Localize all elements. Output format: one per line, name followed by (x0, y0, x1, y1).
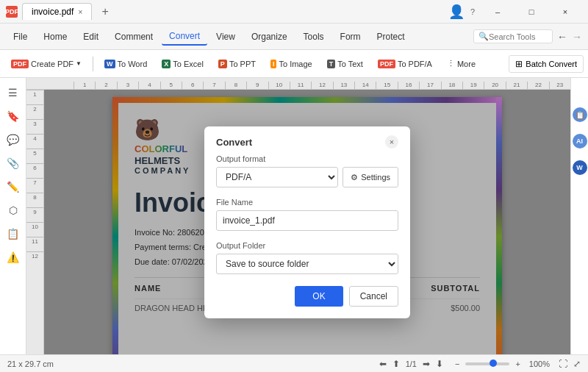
title-tab[interactable]: invoice.pdf × (22, 3, 92, 20)
file-name-group: File Name (216, 198, 398, 231)
zoom-thumb (490, 360, 497, 367)
minimize-button[interactable]: – (481, 0, 514, 24)
window-controls: 👤 ? – □ × (448, 0, 582, 24)
back-button[interactable]: ← (557, 31, 567, 43)
page-select-button[interactable]: ⬆ (392, 359, 400, 369)
dialog-buttons: OK Cancel (216, 286, 398, 307)
create-pdf-label: Create PDF (31, 60, 74, 68)
dialog-close-button[interactable]: × (385, 135, 398, 149)
ruler-mark: 6 (182, 82, 203, 89)
v-ruler-mark: 12 (26, 251, 43, 266)
ruler-mark: 2 (95, 82, 116, 89)
close-window-button[interactable]: × (548, 0, 582, 24)
sidebar-attachments-button[interactable]: 📎 (3, 153, 24, 174)
sidebar-menu-button[interactable]: ☰ (3, 82, 24, 103)
fullscreen-button[interactable]: ⤢ (573, 359, 581, 369)
ruler-mark: 9 (246, 82, 268, 89)
ruler-mark: 12 (311, 82, 332, 89)
search-tools-input[interactable] (489, 32, 548, 41)
right-tool-word[interactable]: W (573, 160, 587, 175)
right-tool-ai[interactable]: AI (573, 134, 587, 149)
ok-button[interactable]: OK (295, 286, 343, 307)
page-prev-button[interactable]: ⬅ (379, 359, 387, 369)
zoom-in-button[interactable]: + (515, 360, 520, 368)
menu-view[interactable]: View (209, 29, 243, 45)
to-pdfa-button[interactable]: PDF To PDF/A (371, 56, 439, 72)
menu-comment[interactable]: Comment (107, 29, 160, 45)
sidebar-comments-button[interactable]: 💬 (3, 129, 24, 150)
maximize-button[interactable]: □ (514, 0, 548, 24)
ruler-mark: 1 (74, 82, 95, 89)
ruler-mark: 8 (225, 82, 246, 89)
v-ruler-mark: 8 (26, 193, 43, 207)
zoom-slider[interactable] (465, 362, 509, 365)
to-ppt-button[interactable]: P To PPT (212, 56, 262, 72)
output-folder-select[interactable]: Save to source folderChoose folder... (216, 254, 398, 274)
ruler-mark: 22 (527, 82, 548, 89)
to-pdfa-label: To PDF/A (398, 60, 432, 68)
new-tab-button[interactable]: + (96, 3, 114, 21)
menu-form[interactable]: Form (333, 29, 368, 45)
sidebar-edit-button[interactable]: ✏️ (3, 176, 24, 197)
menu-protect[interactable]: Protect (370, 29, 412, 45)
v-ruler-mark: 9 (26, 207, 43, 222)
fit-page-button[interactable]: ⛶ (559, 359, 567, 369)
output-format-select[interactable]: PDF/APDFPDF/X (216, 167, 338, 187)
help-icon[interactable]: ? (470, 7, 475, 16)
toolbar-divider-1 (93, 57, 93, 71)
menu-tools[interactable]: Tools (296, 29, 331, 45)
to-excel-label: To Excel (173, 60, 204, 68)
settings-button[interactable]: ⚙ Settings (343, 167, 398, 187)
more-button[interactable]: ⋮ More (440, 55, 482, 72)
profile-icon[interactable]: 👤 (448, 4, 465, 20)
settings-label: Settings (361, 173, 390, 182)
to-text-label: To Text (337, 60, 363, 68)
to-image-button[interactable]: I To Image (264, 56, 319, 72)
page-end-button[interactable]: ⬇ (436, 359, 443, 369)
v-ruler-mark: 5 (26, 149, 43, 163)
batch-convert-button[interactable]: ⊞ Batch Convert (509, 55, 584, 73)
right-sidebar: 📋 AI W (570, 78, 588, 354)
ruler-mark: 23 (549, 82, 570, 89)
ruler-mark: 7 (203, 82, 224, 89)
gear-icon: ⚙ (351, 173, 358, 182)
file-name-input[interactable] (216, 210, 398, 231)
sidebar-shapes-button[interactable]: ⬡ (3, 200, 24, 221)
sidebar-bookmarks-button[interactable]: 🔖 (3, 106, 24, 126)
close-tab-button[interactable]: × (78, 8, 82, 16)
title-bar-left: PDF invoice.pdf × + (6, 3, 114, 21)
sidebar-layers-button[interactable]: 📋 (3, 223, 24, 244)
search-tools-box[interactable]: 🔍 (473, 29, 553, 43)
ppt-icon: P (218, 60, 227, 68)
excel-icon: X (162, 60, 171, 68)
dialog-title-bar: Convert × (204, 126, 410, 154)
output-format-label: Output format (216, 154, 398, 163)
toolbar: PDF Create PDF ▼ W To Word X To Excel P … (0, 50, 588, 78)
menu-convert[interactable]: Convert (162, 28, 207, 46)
right-tool-clipboard[interactable]: 📋 (573, 107, 587, 122)
to-text-button[interactable]: T To Text (320, 56, 370, 72)
forward-button[interactable]: → (572, 31, 582, 43)
sidebar-warning-button[interactable]: ⚠️ (3, 247, 24, 268)
zoom-out-button[interactable]: − (455, 360, 459, 368)
batch-icon: ⊞ (515, 59, 523, 69)
menu-home[interactable]: Home (36, 29, 74, 45)
app-icon: PDF (6, 6, 18, 18)
ruler-mark: 19 (462, 82, 484, 89)
cancel-button[interactable]: Cancel (349, 286, 398, 307)
create-pdf-button[interactable]: PDF Create PDF ▼ (4, 56, 88, 72)
status-bar-right: ⬅ ⬆ 1/1 ➡ ⬇ − + 100% ⛶ ⤢ (379, 359, 581, 369)
pdf-viewer: 1 2 3 4 5 6 7 8 9 10 11 12 13 14 15 16 1… (26, 78, 570, 354)
search-icon: 🔍 (478, 32, 489, 41)
dialog-overlay: Convert × Output format PDF/APDFPDF/X (112, 97, 502, 354)
menu-edit[interactable]: Edit (76, 29, 106, 45)
page-next-button[interactable]: ➡ (423, 359, 430, 369)
menu-organize[interactable]: Organize (244, 29, 295, 45)
to-excel-button[interactable]: X To Excel (155, 56, 210, 72)
to-word-button[interactable]: W To Word (98, 56, 154, 72)
v-ruler-mark: 1 (26, 90, 43, 104)
v-ruler-mark: 11 (26, 237, 43, 251)
menu-file[interactable]: File (6, 29, 35, 45)
tab-label: invoice.pdf (32, 7, 74, 17)
ruler-mark: 20 (484, 82, 505, 89)
